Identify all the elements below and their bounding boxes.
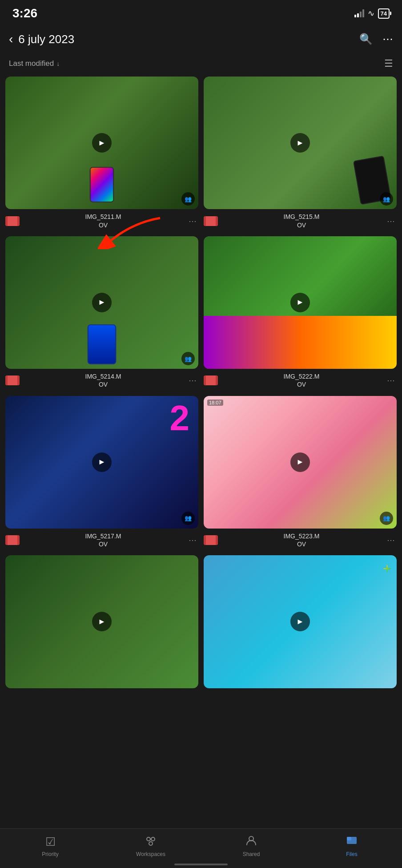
wifi-icon: ∿ bbox=[368, 8, 374, 18]
header: ‹ 6 july 2023 🔍 ⋯ bbox=[0, 24, 402, 54]
shared-badge-2: 👥 bbox=[380, 192, 393, 206]
shared-badge-3: 👥 bbox=[181, 352, 195, 365]
play-button-3[interactable]: ► bbox=[92, 293, 112, 312]
nav-item-workspaces[interactable]: Workspaces bbox=[100, 835, 201, 857]
nav-item-shared[interactable]: Shared bbox=[201, 835, 302, 857]
item-name-4: IMG_5222.MOV bbox=[221, 372, 382, 388]
item-name-5: IMG_5217.MOV bbox=[23, 532, 183, 548]
item-more-button-6[interactable]: ⋯ bbox=[385, 535, 397, 545]
color-strip bbox=[204, 316, 397, 369]
thumbnail-5[interactable]: 2 ► 👥 bbox=[5, 396, 198, 529]
play-button-2[interactable]: ► bbox=[290, 133, 310, 153]
workspaces-icon bbox=[145, 835, 157, 849]
thumbnail-4[interactable]: ► bbox=[204, 236, 397, 369]
play-button-4[interactable]: ► bbox=[290, 293, 310, 312]
signal-icon bbox=[354, 9, 364, 17]
nav-item-priority[interactable]: ☑ Priority bbox=[0, 835, 100, 857]
list-item: ► IMG_5222.MOV ⋯ bbox=[204, 236, 397, 391]
search-icon[interactable]: 🔍 bbox=[359, 33, 373, 45]
thumbnail-7[interactable]: ► bbox=[5, 555, 198, 688]
shared-badge-5: 👥 bbox=[181, 512, 195, 525]
item-name-1: IMG_5211.MOV bbox=[23, 213, 183, 229]
status-icons: ∿ 74 bbox=[354, 8, 390, 19]
phone-blue-screen bbox=[88, 325, 116, 363]
item-more-button-4[interactable]: ⋯ bbox=[385, 375, 397, 385]
header-left: ‹ 6 july 2023 bbox=[9, 32, 74, 46]
play-button-1[interactable]: ► bbox=[92, 133, 112, 153]
list-item: ► 👥 IMG_5211.MOV ⋯ bbox=[5, 77, 198, 231]
film-icon-1 bbox=[5, 216, 20, 226]
item-more-button-2[interactable]: ⋯ bbox=[385, 216, 397, 226]
item-more-button-3[interactable]: ⋯ bbox=[187, 375, 198, 385]
phone-blue-overlay bbox=[88, 324, 117, 364]
home-indicator bbox=[174, 864, 228, 865]
battery-icon: 74 bbox=[378, 8, 390, 19]
svg-point-2 bbox=[151, 837, 155, 841]
nav-label-priority: Priority bbox=[42, 851, 58, 857]
svg-point-3 bbox=[149, 842, 153, 845]
play-button-8[interactable]: ► bbox=[290, 612, 310, 631]
back-button[interactable]: ‹ bbox=[9, 32, 13, 46]
list-view-button[interactable]: ☰ bbox=[384, 58, 393, 69]
list-item: ► 👥 IMG_5214.MOV ⋯ bbox=[5, 236, 198, 391]
plus-icon: + bbox=[383, 561, 391, 577]
list-item: ► 👥 IMG_5215.MOV ⋯ bbox=[204, 77, 397, 231]
sort-bar: Last modified ↓ ☰ bbox=[0, 54, 402, 77]
list-item: 2 ► 👥 IMG_5217.MOV ⋯ bbox=[5, 396, 198, 550]
film-icon-5 bbox=[5, 535, 20, 545]
item-meta-6: IMG_5223.MOV ⋯ bbox=[204, 529, 397, 550]
item-more-button-5[interactable]: ⋯ bbox=[187, 535, 198, 545]
thumbnail-2[interactable]: ► 👥 bbox=[204, 77, 397, 209]
shared-badge-6: 👥 bbox=[380, 512, 393, 525]
status-time: 3:26 bbox=[12, 6, 37, 20]
item-name-2: IMG_5215.MOV bbox=[221, 213, 382, 229]
thumbnail-1[interactable]: ► 👥 bbox=[5, 77, 198, 209]
nav-item-files[interactable]: Files bbox=[302, 835, 402, 857]
bottom-navigation: ☑ Priority Workspaces Shared bbox=[0, 828, 402, 868]
list-item: + ► bbox=[204, 555, 397, 688]
priority-icon: ☑ bbox=[45, 835, 56, 849]
thumbnail-3[interactable]: ► 👥 bbox=[5, 236, 198, 369]
shared-badge-1: 👥 bbox=[181, 192, 195, 206]
svg-rect-6 bbox=[347, 837, 357, 844]
item-name-3: IMG_5214.MOV bbox=[23, 372, 183, 388]
nav-label-files: Files bbox=[346, 851, 357, 857]
phone-screen bbox=[91, 168, 113, 202]
film-icon-2 bbox=[204, 216, 218, 226]
item-meta-2: IMG_5215.MOV ⋯ bbox=[204, 209, 397, 230]
sort-label-text: Last modified bbox=[9, 59, 54, 68]
item-name-6: IMG_5223.MOV bbox=[221, 532, 382, 548]
item-more-button-1[interactable]: ⋯ bbox=[187, 216, 198, 226]
item-meta-5: IMG_5217.MOV ⋯ bbox=[5, 529, 198, 550]
film-icon-4 bbox=[204, 375, 218, 385]
more-options-icon[interactable]: ⋯ bbox=[382, 33, 393, 45]
thumbnail-6[interactable]: 18:07 ► 👥 bbox=[204, 396, 397, 529]
sort-arrow-icon: ↓ bbox=[56, 60, 60, 67]
play-button-6[interactable]: ► bbox=[290, 452, 310, 472]
nav-label-workspaces: Workspaces bbox=[136, 851, 165, 857]
thumbnail-8[interactable]: + ► bbox=[204, 555, 397, 688]
media-grid: ► 👥 IMG_5211.MOV ⋯ ► 👥 IMG_5215.MOV ⋯ bbox=[0, 77, 402, 688]
sort-button[interactable]: Last modified ↓ bbox=[9, 59, 60, 68]
status-bar: 3:26 ∿ 74 bbox=[0, 0, 402, 24]
film-icon-3 bbox=[5, 375, 20, 385]
item-meta-4: IMG_5222.MOV ⋯ bbox=[204, 369, 397, 390]
play-button-5[interactable]: ► bbox=[92, 452, 112, 472]
content-area: ► 👥 IMG_5211.MOV ⋯ ► 👥 IMG_5215.MOV ⋯ bbox=[0, 77, 402, 733]
item-meta-3: IMG_5214.MOV ⋯ bbox=[5, 369, 198, 390]
play-button-7[interactable]: ► bbox=[92, 612, 112, 631]
phone-overlay bbox=[90, 167, 114, 202]
header-actions: 🔍 ⋯ bbox=[359, 33, 393, 45]
timestamp-6: 18:07 bbox=[207, 400, 223, 406]
number-overlay-5: 2 bbox=[170, 400, 190, 436]
files-icon bbox=[346, 835, 358, 849]
svg-point-1 bbox=[147, 837, 150, 841]
nav-label-shared: Shared bbox=[243, 851, 260, 857]
list-item: ► bbox=[5, 555, 198, 688]
list-item: 18:07 ► 👥 IMG_5223.MOV ⋯ bbox=[204, 396, 397, 550]
item-meta-1: IMG_5211.MOV ⋯ bbox=[5, 209, 198, 230]
page-title: 6 july 2023 bbox=[18, 32, 74, 46]
film-icon-6 bbox=[204, 535, 218, 545]
shared-icon bbox=[245, 835, 257, 849]
